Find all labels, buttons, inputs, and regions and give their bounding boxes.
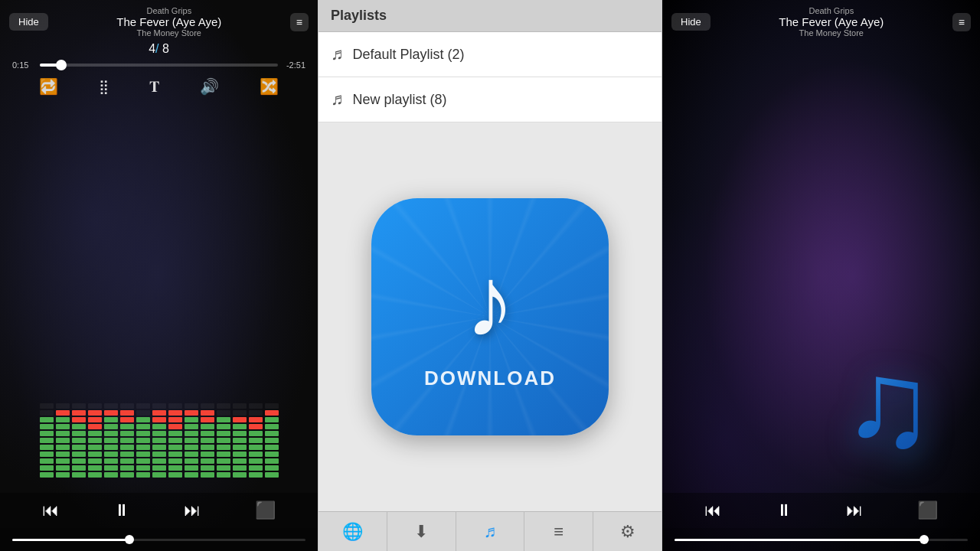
left-hide-button[interactable]: Hide xyxy=(9,13,48,31)
left-progress-bar[interactable] xyxy=(40,64,278,67)
eq-segment-green xyxy=(249,445,263,450)
center-bottom-tabs: 🌐 ⬇ ♬ ≡ ⚙ xyxy=(318,511,662,551)
tab-playlist[interactable]: ♬ xyxy=(456,512,525,551)
eq-bar-col xyxy=(201,403,214,478)
eq-segment-green xyxy=(265,417,279,422)
eq-segment-green xyxy=(152,438,166,443)
eq-segment-green xyxy=(88,445,102,450)
visualizer-icon[interactable]: ⣿ xyxy=(99,78,109,95)
download-button[interactable]: ♪ DOWNLOAD xyxy=(371,198,609,435)
right-next-track-icon[interactable]: ⏭ xyxy=(846,500,863,520)
tab-settings[interactable]: ⚙ xyxy=(593,512,662,551)
eq-segment-red xyxy=(152,410,166,416)
eq-bar-col xyxy=(168,403,182,478)
eq-segment-green xyxy=(40,424,54,429)
left-title-area: Death Grips The Fever (Aye Aye) The Mone… xyxy=(48,6,290,37)
playlist-note-icon-2: ♬ xyxy=(331,90,344,109)
eq-segment-green xyxy=(120,431,134,436)
eq-segment-red xyxy=(168,424,182,429)
repeat-icon[interactable]: 🔁 xyxy=(39,77,58,96)
eq-segment-red xyxy=(120,410,134,416)
eq-segment-empty xyxy=(72,403,86,409)
eq-segment-green xyxy=(152,452,166,457)
eq-segment-green xyxy=(104,458,118,464)
eq-segment-green xyxy=(201,452,214,457)
eq-segment-red xyxy=(168,410,182,416)
left-progress-thumb[interactable] xyxy=(56,60,67,70)
eq-segment-green xyxy=(233,438,247,443)
eq-segment-green xyxy=(217,445,230,450)
next-track-icon[interactable]: ⏭ xyxy=(184,500,201,520)
left-player-header: Hide Death Grips The Fever (Aye Aye) The… xyxy=(0,0,318,41)
eq-segment-red xyxy=(201,410,214,416)
eq-segment-red xyxy=(72,417,86,422)
eq-segment-green xyxy=(168,452,182,457)
eq-segment-red xyxy=(88,417,102,422)
left-volume-bar[interactable] xyxy=(12,539,305,541)
eq-segment-green xyxy=(40,445,54,450)
eq-segment-green xyxy=(185,445,198,450)
screen-cast-icon[interactable]: ⬛ xyxy=(255,500,276,520)
playlist-item-new[interactable]: ♬ New playlist (8) xyxy=(318,77,662,122)
tab-globe[interactable]: 🌐 xyxy=(318,512,387,551)
download-music-note: ♪ xyxy=(466,244,515,359)
eq-segment-green xyxy=(152,465,166,471)
right-prev-track-icon[interactable]: ⏮ xyxy=(704,500,721,520)
eq-bar-col xyxy=(88,403,102,478)
right-volume-bar[interactable] xyxy=(675,539,968,541)
eq-segment-green xyxy=(185,452,198,457)
eq-segment-green xyxy=(136,465,150,471)
eq-segment-green xyxy=(233,452,247,457)
left-menu-button[interactable]: ≡ xyxy=(290,13,309,31)
eq-segment-green xyxy=(56,438,70,443)
download-area: ♪ DOWNLOAD xyxy=(318,122,662,511)
eq-segment-red xyxy=(168,417,182,422)
volume-icon[interactable]: 🔊 xyxy=(200,77,219,96)
playlist-name-new: New playlist (8) xyxy=(353,92,447,108)
right-screen-cast-icon[interactable]: ⬛ xyxy=(917,500,938,520)
shuffle-icon[interactable]: 🔀 xyxy=(260,77,279,96)
pause-icon[interactable]: ⏸ xyxy=(113,500,130,520)
right-hide-button[interactable]: Hide xyxy=(671,13,710,31)
eq-segment-empty xyxy=(168,403,182,409)
eq-segment-green xyxy=(136,458,150,464)
eq-segment-green xyxy=(104,465,118,471)
right-volume-thumb[interactable] xyxy=(920,535,929,544)
eq-segment-red xyxy=(88,410,102,416)
eq-segment-green xyxy=(168,445,182,450)
right-music-note-area: ♫ xyxy=(842,334,934,474)
eq-segment-empty xyxy=(152,403,166,409)
eq-segment-red xyxy=(265,410,279,416)
eq-segment-empty xyxy=(249,403,263,409)
eq-segment-empty xyxy=(233,403,247,409)
eq-segment-green xyxy=(249,431,263,436)
eq-segment-green xyxy=(217,465,230,471)
right-pause-icon[interactable]: ⏸ xyxy=(776,500,792,520)
right-bottom-controls: ⏮ ⏸ ⏭ ⬛ xyxy=(662,493,980,528)
eq-segment-green xyxy=(72,458,86,464)
eq-segment-green xyxy=(104,431,118,436)
eq-segment-empty xyxy=(233,410,247,416)
eq-segment-green xyxy=(120,438,134,443)
left-volume-thumb[interactable] xyxy=(125,535,134,544)
eq-segment-green xyxy=(185,465,198,471)
left-controls-row: 🔁 ⣿ 𝐓 🔊 🔀 xyxy=(0,73,318,100)
eq-segment-green xyxy=(136,424,150,429)
prev-track-icon[interactable]: ⏮ xyxy=(42,500,59,520)
text-icon[interactable]: 𝐓 xyxy=(149,78,159,96)
tab-list[interactable]: ≡ xyxy=(524,512,593,551)
eq-segment-green xyxy=(185,472,198,478)
tab-download[interactable]: ⬇ xyxy=(387,512,456,551)
playlist-item-default[interactable]: ♬ Default Playlist (2) xyxy=(318,32,662,77)
eq-segment-green xyxy=(136,472,150,478)
left-track-counter: 4/ 8 xyxy=(0,41,318,57)
left-song-title: The Fever (Aye Aye) xyxy=(48,15,290,28)
eq-segment-red xyxy=(249,424,263,429)
eq-segment-green xyxy=(120,452,134,457)
eq-segment-green xyxy=(56,452,70,457)
eq-segment-green xyxy=(217,424,230,429)
right-menu-button[interactable]: ≡ xyxy=(952,13,971,31)
eq-segment-red xyxy=(88,424,102,429)
eq-segment-green xyxy=(72,445,86,450)
eq-segment-green xyxy=(136,445,150,450)
